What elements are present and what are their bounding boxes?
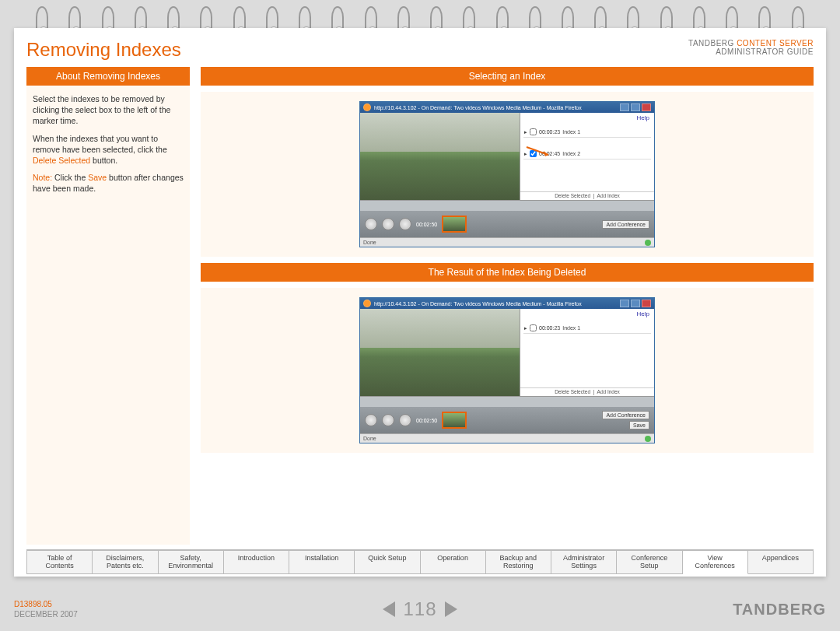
delete-selected-link[interactable]: Delete Selected: [555, 193, 590, 198]
index-row-1: ▸ 00:00:23 Index 1: [523, 127, 651, 138]
brand-sub: ADMINISTRATOR GUIDE: [716, 47, 814, 56]
firefox-icon: [363, 300, 371, 307]
timecode: 00:02:50: [416, 418, 437, 423]
video-preview: [360, 113, 520, 200]
status-done: Done: [363, 240, 376, 245]
doc-number: D13898.05: [14, 600, 52, 608]
delete-selected-link[interactable]: Delete Selected: [555, 389, 590, 394]
window-close-button[interactable]: [642, 300, 651, 307]
help-link[interactable]: Help: [637, 114, 649, 121]
browser-titlebar: http://10.44.3.102 - On Demand: Two vide…: [360, 298, 654, 309]
nav-tab[interactable]: Disclaimers,Patents etc.: [93, 550, 158, 574]
window-minimize-button[interactable]: [620, 103, 629, 111]
page-number: 118: [403, 598, 436, 620]
status-ok-icon: [645, 240, 651, 246]
about-body: Select the indexes to be removed by clic…: [26, 86, 190, 545]
index-1-label: Index 1: [562, 325, 580, 331]
index-1-checkbox[interactable]: [530, 128, 537, 135]
screenshot-result: http://10.44.3.102 - On Demand: Two vide…: [201, 288, 814, 453]
status-done: Done: [363, 436, 376, 441]
about-p2: When the indexes that you want to remove…: [33, 133, 184, 167]
about-heading: About Removing Indexes: [26, 67, 190, 86]
doc-meta: D13898.05 DECEMBER 2007: [14, 599, 285, 619]
nav-tab[interactable]: Quick Setup: [355, 550, 420, 574]
nav-tab[interactable]: Introduction: [224, 550, 289, 574]
about-p1: Select the indexes to be removed by clic…: [33, 93, 184, 127]
window-close-button[interactable]: [642, 103, 651, 111]
nav-tabs: Table ofContentsDisclaimers,Patents etc.…: [26, 549, 814, 574]
thumbnail: [442, 216, 467, 233]
spiral-binding: [0, 0, 840, 31]
tandberg-logo: TANDBERG: [555, 601, 826, 619]
section-result-heading: The Result of the Index Being Deleted: [201, 263, 814, 282]
window-maximize-button[interactable]: [631, 300, 640, 307]
timeline-ruler[interactable]: [360, 200, 654, 211]
mute-button[interactable]: [365, 218, 377, 230]
nav-tab[interactable]: Safety,Environmental: [159, 550, 224, 574]
window-maximize-button[interactable]: [631, 103, 640, 111]
mute-button[interactable]: [365, 414, 377, 426]
index-pane-footer: Delete Selected | Add Index: [520, 387, 654, 394]
firefox-icon: [363, 103, 371, 111]
window-minimize-button[interactable]: [620, 300, 629, 307]
next-page-button[interactable]: [445, 601, 457, 617]
index-list-pane: Help ▸ 00:00:23 Index 1: [520, 309, 654, 396]
index-1-label: Index 1: [562, 129, 580, 135]
player-controls: 00:02:50 Add Conference: [360, 211, 654, 237]
nav-tab[interactable]: Installation: [289, 550, 355, 574]
nav-tab[interactable]: AdministratorSettings: [551, 550, 617, 574]
status-ok-icon: [645, 436, 651, 442]
add-index-link[interactable]: Add Index: [597, 193, 620, 198]
play-pause-button[interactable]: [399, 414, 411, 426]
nav-tab[interactable]: ConferenceSetup: [617, 550, 682, 574]
callout-arrow: [525, 145, 553, 158]
pager: 118: [285, 598, 555, 620]
expand-icon[interactable]: ▸: [524, 325, 527, 331]
nav-tab[interactable]: ViewConferences: [683, 550, 748, 574]
player-controls: 00:02:50 Add Conference Save: [360, 407, 654, 433]
expand-icon[interactable]: ▸: [524, 129, 527, 135]
prev-page-button[interactable]: [383, 601, 395, 617]
nav-tab[interactable]: Operation: [421, 550, 486, 574]
browser-title: http://10.44.3.102 - On Demand: Two vide…: [374, 105, 582, 110]
brand-company: TANDBERG: [688, 39, 734, 47]
video-preview: [360, 309, 520, 396]
index-row-1: ▸ 00:00:23 Index 1: [523, 323, 651, 334]
index-1-time: 00:00:23: [539, 129, 560, 135]
index-1-checkbox[interactable]: [530, 324, 537, 331]
nav-tab[interactable]: Backup andRestoring: [486, 550, 551, 574]
screenshot-selecting: http://10.44.3.102 - On Demand: Two vide…: [201, 92, 814, 257]
section-selecting-heading: Selecting an Index: [201, 67, 814, 86]
index-2-label: Index 2: [562, 151, 580, 156]
thumbnail: [442, 412, 467, 429]
brand-block: TANDBERG CONTENT SERVER ADMINISTRATOR GU…: [688, 39, 814, 56]
index-list-pane: Help ▸ 00:00:23 Index 1: [520, 113, 654, 200]
nav-tab[interactable]: Appendices: [748, 550, 814, 574]
help-link[interactable]: Help: [637, 310, 649, 317]
browser-window-1: http://10.44.3.102 - On Demand: Two vide…: [359, 101, 655, 247]
about-p3: Note: Click the Save button after change…: [33, 172, 184, 194]
save-button[interactable]: Save: [629, 421, 649, 429]
brand-product: CONTENT SERVER: [737, 39, 814, 47]
add-conference-button[interactable]: Add Conference: [602, 220, 649, 229]
add-index-link[interactable]: Add Index: [597, 389, 620, 394]
nav-tab[interactable]: Table ofContents: [26, 550, 93, 574]
prev-button[interactable]: [382, 414, 394, 426]
page-title: Removing Indexes: [26, 39, 181, 61]
timeline-ruler[interactable]: [360, 396, 654, 407]
add-conference-button[interactable]: Add Conference: [602, 411, 649, 419]
doc-date: DECEMBER 2007: [14, 610, 78, 619]
browser-window-2: http://10.44.3.102 - On Demand: Two vide…: [359, 297, 655, 443]
index-1-time: 00:00:23: [539, 325, 560, 331]
prev-button[interactable]: [382, 218, 394, 230]
browser-title: http://10.44.3.102 - On Demand: Two vide…: [374, 301, 582, 307]
index-pane-footer: Delete Selected | Add Index: [520, 191, 654, 198]
timecode: 00:02:50: [416, 222, 437, 227]
browser-titlebar: http://10.44.3.102 - On Demand: Two vide…: [360, 102, 654, 113]
play-pause-button[interactable]: [399, 218, 411, 230]
